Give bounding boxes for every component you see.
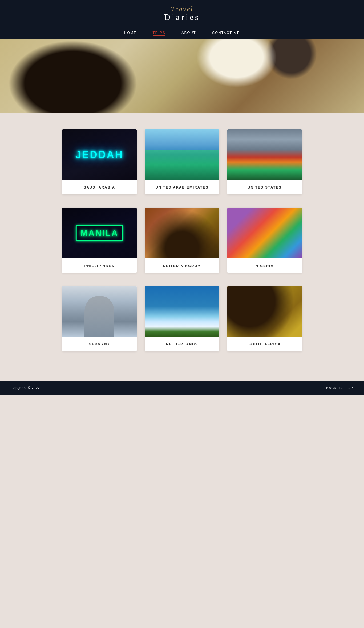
cards-grid-3: GERMANY NETHERLANDS SOUTH AFRICA: [62, 286, 302, 351]
card-uae[interactable]: UNITED ARAB EMIRATES: [145, 129, 219, 194]
main-content: SAUDI ARABIA UNITED ARAB EMIRATES UNITED…: [0, 113, 364, 381]
card-img-nigeria: [227, 208, 302, 258]
card-label-text-uae: UNITED ARAB EMIRATES: [156, 185, 209, 189]
nav-about[interactable]: ABOUT: [181, 30, 196, 35]
cards-grid-1: SAUDI ARABIA UNITED ARAB EMIRATES UNITED…: [62, 129, 302, 194]
cards-row-1: SAUDI ARABIA UNITED ARAB EMIRATES UNITED…: [21, 129, 343, 194]
nav-about-link[interactable]: ABOUT: [181, 31, 196, 35]
logo-travel: Travel: [164, 5, 200, 13]
cards-row-3: GERMANY NETHERLANDS SOUTH AFRICA: [21, 286, 343, 351]
nav-home[interactable]: HOME: [124, 30, 137, 35]
card-image-uae: [145, 129, 219, 180]
card-label-text-germany: GERMANY: [89, 342, 110, 346]
nav-trips[interactable]: TRIPS: [153, 30, 165, 35]
card-image-ph: [62, 208, 137, 258]
card-uk[interactable]: UNITED KINGDOM: [145, 208, 219, 273]
card-img-germany: [62, 286, 137, 337]
card-label-saudi: SAUDI ARABIA: [62, 180, 137, 194]
cards-row-2: PHILLIPPINES UNITED KINGDOM NIGERIA: [21, 208, 343, 273]
card-label-text-saudi: SAUDI ARABIA: [84, 185, 115, 189]
card-label-text-southafrica: SOUTH AFRICA: [248, 342, 281, 346]
nav-trips-link[interactable]: TRIPS: [153, 31, 165, 36]
site-footer: Copyright © 2022 BACK TO TOP: [0, 381, 364, 395]
card-image-saudi: [62, 129, 137, 180]
card-label-uae: UNITED ARAB EMIRATES: [145, 180, 219, 194]
card-image-uk: [145, 208, 219, 258]
card-philippines[interactable]: PHILLIPPINES: [62, 208, 137, 273]
hero-image: [0, 39, 364, 113]
card-us[interactable]: UNITED STATES: [227, 129, 302, 194]
card-label-text-netherlands: NETHERLANDS: [166, 342, 198, 346]
card-img-saudi: [62, 129, 137, 180]
cards-grid-2: PHILLIPPINES UNITED KINGDOM NIGERIA: [62, 208, 302, 273]
main-nav: HOME TRIPS ABOUT CONTACT ME: [0, 26, 364, 39]
card-label-text-ph: PHILLIPPINES: [84, 264, 115, 268]
card-label-text-nigeria: NIGERIA: [256, 264, 274, 268]
card-label-germany: GERMANY: [62, 337, 137, 351]
card-saudi-arabia[interactable]: SAUDI ARABIA: [62, 129, 137, 194]
card-label-us: UNITED STATES: [227, 180, 302, 194]
card-label-nigeria: NIGERIA: [227, 258, 302, 273]
card-img-netherlands: [145, 286, 219, 337]
card-image-germany: [62, 286, 137, 337]
card-image-netherlands: [145, 286, 219, 337]
card-image-southafrica: [227, 286, 302, 337]
card-nigeria[interactable]: NIGERIA: [227, 208, 302, 273]
logo-diaries: Diaries: [164, 13, 200, 21]
card-germany[interactable]: GERMANY: [62, 286, 137, 351]
card-label-ph: PHILLIPPINES: [62, 258, 137, 273]
nav-contact-link[interactable]: CONTACT ME: [212, 31, 240, 35]
card-label-text-uk: UNITED KINGDOM: [163, 264, 201, 268]
card-netherlands[interactable]: NETHERLANDS: [145, 286, 219, 351]
card-image-nigeria: [227, 208, 302, 258]
card-img-ph: [62, 208, 137, 258]
card-south-africa[interactable]: SOUTH AFRICA: [227, 286, 302, 351]
card-img-uae: [145, 129, 219, 180]
back-to-top-link[interactable]: BACK TO TOP: [326, 386, 353, 390]
card-label-uk: UNITED KINGDOM: [145, 258, 219, 273]
nav-contact[interactable]: CONTACT ME: [212, 30, 240, 35]
footer-copyright: Copyright © 2022: [11, 386, 40, 390]
site-header: Travel Diaries HOME TRIPS ABOUT CONTACT …: [0, 0, 364, 39]
card-image-us: [227, 129, 302, 180]
hero-bg: [0, 39, 364, 113]
card-label-text-us: UNITED STATES: [248, 185, 281, 189]
card-img-us: [227, 129, 302, 180]
card-img-southafrica: [227, 286, 302, 337]
nav-home-link[interactable]: HOME: [124, 31, 137, 35]
card-label-netherlands: NETHERLANDS: [145, 337, 219, 351]
logo: Travel Diaries: [0, 5, 364, 21]
card-label-southafrica: SOUTH AFRICA: [227, 337, 302, 351]
hero-overlay: [0, 39, 364, 113]
card-img-uk: [145, 208, 219, 258]
